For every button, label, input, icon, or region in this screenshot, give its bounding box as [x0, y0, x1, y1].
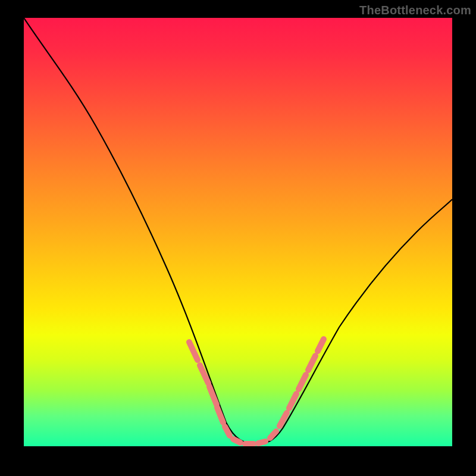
curve-path: [24, 18, 452, 444]
svg-line-2: [209, 387, 217, 405]
watermark: TheBottleneck.com: [359, 4, 471, 17]
chart-svg: [24, 18, 452, 446]
svg-line-0: [189, 342, 198, 360]
svg-line-12: [308, 356, 315, 370]
svg-line-11: [299, 375, 306, 389]
svg-line-4: [225, 427, 230, 436]
svg-line-3: [217, 408, 223, 422]
bottleneck-curve: [24, 18, 452, 444]
svg-line-7: [258, 441, 265, 443]
chart-container: TheBottleneck.com: [0, 0, 476, 476]
plot-area: [24, 18, 452, 446]
svg-line-1: [200, 365, 208, 383]
svg-line-5: [233, 439, 240, 443]
svg-line-13: [318, 339, 324, 351]
